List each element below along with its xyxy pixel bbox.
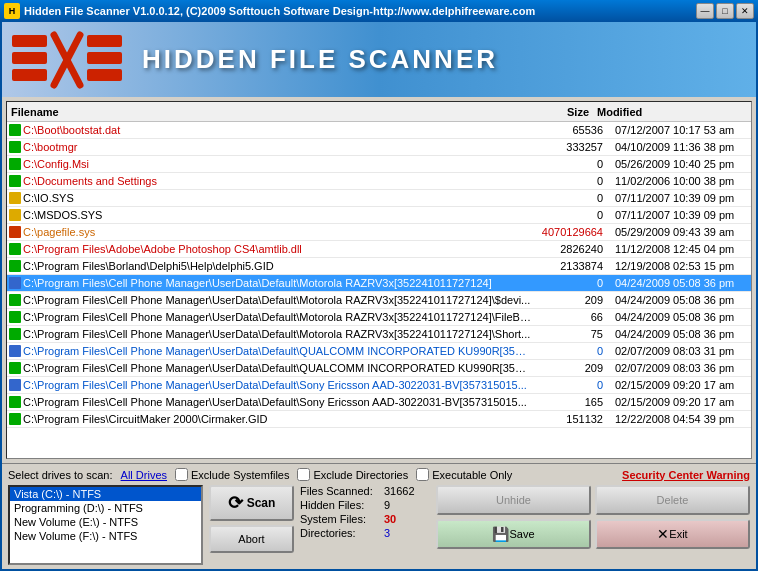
exclude-directories-checkbox[interactable]	[297, 468, 310, 481]
row-indicator	[9, 260, 21, 272]
row-filename: C:\Program Files\Cell Phone Manager\User…	[21, 311, 531, 323]
scan-button[interactable]: ⟳ Scan	[209, 485, 294, 521]
row-size: 165	[531, 396, 611, 408]
row-modified: 04/10/2009 11:36 38 pm	[611, 141, 751, 153]
table-row[interactable]: C:\IO.SYS 0 07/11/2007 10:39 09 pm	[7, 190, 751, 207]
table-row[interactable]: C:\pagefile.sys 4070129664 05/29/2009 09…	[7, 224, 751, 241]
row-filename: C:\Config.Msi	[21, 158, 531, 170]
table-body[interactable]: C:\Boot\bootstat.dat 65536 07/12/2007 10…	[7, 122, 751, 458]
table-row[interactable]: C:\Program Files\Adobe\Adobe Photoshop C…	[7, 241, 751, 258]
row-modified: 04/24/2009 05:08 36 pm	[611, 277, 751, 289]
scan-abort-col: ⟳ Scan Abort	[209, 485, 294, 553]
exit-button[interactable]: ✕ Exit	[595, 519, 750, 549]
row-size: 0	[531, 209, 611, 221]
row-size: 4070129664	[531, 226, 611, 238]
hidden-files-label: Hidden Files:	[300, 499, 380, 511]
abort-btn-label: Abort	[238, 533, 264, 545]
table-row[interactable]: C:\Config.Msi 0 05/26/2009 10:40 25 pm	[7, 156, 751, 173]
row-modified: 11/12/2008 12:45 04 pm	[611, 243, 751, 255]
system-files-row: System Files: 30	[300, 513, 430, 525]
row-size: 0	[531, 175, 611, 187]
table-row[interactable]: C:\Program Files\Cell Phone Manager\User…	[7, 394, 751, 411]
row-size: 65536	[531, 124, 611, 136]
unhide-delete-row: Unhide Delete	[436, 485, 750, 515]
svg-rect-6	[87, 52, 122, 64]
exit-btn-label: Exit	[669, 528, 687, 540]
table-row[interactable]: C:\Program Files\CircuitMaker 2000\Cirma…	[7, 411, 751, 428]
row-indicator	[9, 379, 21, 391]
drive-list[interactable]: Vista (C:\) - NTFSProgramming (D:\) - NT…	[8, 485, 203, 565]
drive-list-item[interactable]: New Volume (E:\) - NTFS	[10, 515, 201, 529]
close-button[interactable]: ✕	[736, 3, 754, 19]
row-modified: 02/07/2009 08:03 36 pm	[611, 362, 751, 374]
table-row[interactable]: C:\Program Files\Cell Phone Manager\User…	[7, 309, 751, 326]
table-row[interactable]: C:\MSDOS.SYS 0 07/11/2007 10:39 09 pm	[7, 207, 751, 224]
save-icon: 💾	[492, 526, 509, 542]
row-size: 209	[531, 294, 611, 306]
table-row[interactable]: C:\Program Files\Cell Phone Manager\User…	[7, 292, 751, 309]
row-indicator	[9, 209, 21, 221]
table-row[interactable]: C:\Program Files\Borland\Delphi5\Help\de…	[7, 258, 751, 275]
window-title: Hidden File Scanner V1.0.0.12, (C)2009 S…	[24, 5, 535, 17]
drive-list-item[interactable]: New Volume (F:\) - NTFS	[10, 529, 201, 543]
row-filename: C:\bootmgr	[21, 141, 531, 153]
row-filename: C:\Program Files\Cell Phone Manager\User…	[21, 362, 531, 374]
security-center-warning-link[interactable]: Security Center Warning	[622, 469, 750, 481]
row-filename: C:\Program Files\Cell Phone Manager\User…	[21, 345, 531, 357]
table-row[interactable]: C:\Program Files\Cell Phone Manager\User…	[7, 326, 751, 343]
all-drives-link[interactable]: All Drives	[121, 469, 167, 481]
table-row[interactable]: C:\bootmgr 333257 04/10/2009 11:36 38 pm	[7, 139, 751, 156]
directories-value: 3	[384, 527, 390, 539]
executable-only-checkbox[interactable]	[416, 468, 429, 481]
table-row[interactable]: C:\Program Files\Cell Phone Manager\User…	[7, 377, 751, 394]
table-row[interactable]: C:\Program Files\Cell Phone Manager\User…	[7, 360, 751, 377]
row-indicator	[9, 413, 21, 425]
select-drives-label: Select drives to scan:	[8, 469, 113, 481]
row-modified: 02/07/2009 08:03 31 pm	[611, 345, 751, 357]
drive-list-item[interactable]: Vista (C:\) - NTFS	[10, 487, 201, 501]
drive-list-item[interactable]: Programming (D:\) - NTFS	[10, 501, 201, 515]
row-indicator	[9, 328, 21, 340]
row-filename: C:\Documents and Settings	[21, 175, 531, 187]
exclude-systemfiles-label: Exclude Systemfiles	[191, 469, 289, 481]
row-modified: 05/26/2009 10:40 25 pm	[611, 158, 751, 170]
row-indicator	[9, 311, 21, 323]
row-modified: 04/24/2009 05:08 36 pm	[611, 328, 751, 340]
row-filename: C:\Program Files\Cell Phone Manager\User…	[21, 379, 531, 391]
abort-button[interactable]: Abort	[209, 525, 294, 553]
table-row[interactable]: C:\Documents and Settings 0 11/02/2006 1…	[7, 173, 751, 190]
system-files-value: 30	[384, 513, 396, 525]
unhide-button[interactable]: Unhide	[436, 485, 591, 515]
exclude-systemfiles-checkbox[interactable]	[175, 468, 188, 481]
window-controls: — □ ✕	[696, 3, 754, 19]
table-row[interactable]: C:\Boot\bootstat.dat 65536 07/12/2007 10…	[7, 122, 751, 139]
executable-only-group: Executable Only	[416, 468, 512, 481]
save-exit-row: 💾 Save ✕ Exit	[436, 519, 750, 549]
row-filename: C:\Program Files\Cell Phone Manager\User…	[21, 277, 531, 289]
col-modified-header: Modified	[597, 106, 737, 118]
minimize-button[interactable]: —	[696, 3, 714, 19]
title-bar: H Hidden File Scanner V1.0.0.12, (C)2009…	[0, 0, 758, 22]
row-filename: C:\pagefile.sys	[21, 226, 531, 238]
row-indicator	[9, 158, 21, 170]
bottom-controls: Vista (C:\) - NTFSProgramming (D:\) - NT…	[8, 485, 750, 565]
row-size: 2826240	[531, 243, 611, 255]
hidden-files-value: 9	[384, 499, 390, 511]
maximize-button[interactable]: □	[716, 3, 734, 19]
row-size: 0	[531, 379, 611, 391]
scan-btn-label: Scan	[247, 496, 276, 510]
exclude-systemfiles-group: Exclude Systemfiles	[175, 468, 289, 481]
row-size: 0	[531, 158, 611, 170]
bottom-toolbar: Select drives to scan: All Drives Exclud…	[2, 463, 756, 569]
row-modified: 07/11/2007 10:39 09 pm	[611, 209, 751, 221]
save-button[interactable]: 💾 Save	[436, 519, 591, 549]
table-row[interactable]: C:\Program Files\Cell Phone Manager\User…	[7, 275, 751, 292]
row-filename: C:\Program Files\Adobe\Adobe Photoshop C…	[21, 243, 531, 255]
file-table: Filename Size Modified C:\Boot\bootstat.…	[6, 101, 752, 459]
row-filename: C:\IO.SYS	[21, 192, 531, 204]
delete-button[interactable]: Delete	[595, 485, 750, 515]
table-row[interactable]: C:\Program Files\Cell Phone Manager\User…	[7, 343, 751, 360]
app-title: HIDDEN FILE SCANNER	[142, 44, 498, 75]
row-indicator	[9, 243, 21, 255]
row-size: 75	[531, 328, 611, 340]
